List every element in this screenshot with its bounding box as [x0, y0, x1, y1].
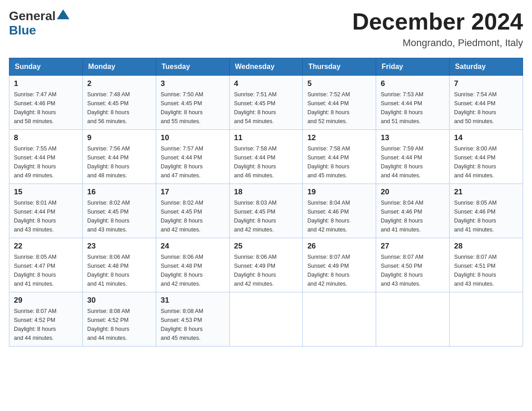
- day-info: Sunrise: 8:05 AMSunset: 4:47 PMDaylight:…: [14, 253, 78, 288]
- day-cell-15: 15Sunrise: 8:01 AMSunset: 4:44 PMDayligh…: [9, 184, 83, 238]
- day-info: Sunrise: 8:06 AMSunset: 4:48 PMDaylight:…: [87, 253, 151, 288]
- day-info: Sunrise: 7:55 AMSunset: 4:44 PMDaylight:…: [14, 144, 78, 180]
- day-info: Sunrise: 7:51 AMSunset: 4:45 PMDaylight:…: [234, 90, 298, 126]
- day-info: Sunrise: 7:53 AMSunset: 4:44 PMDaylight:…: [381, 90, 445, 126]
- title-section: December 2024 Mongrando, Piedmont, Italy: [352, 9, 523, 49]
- day-number: 2: [87, 79, 151, 88]
- day-info: Sunrise: 8:06 AMSunset: 4:49 PMDaylight:…: [234, 253, 298, 288]
- day-cell-20: 20Sunrise: 8:04 AMSunset: 4:46 PMDayligh…: [376, 184, 450, 238]
- day-info: Sunrise: 8:07 AMSunset: 4:52 PMDaylight:…: [14, 307, 78, 342]
- day-info: Sunrise: 8:02 AMSunset: 4:45 PMDaylight:…: [87, 198, 151, 234]
- day-cell-8: 8Sunrise: 7:55 AMSunset: 4:44 PMDaylight…: [9, 130, 83, 184]
- day-number: 8: [14, 133, 78, 142]
- day-info: Sunrise: 7:48 AMSunset: 4:45 PMDaylight:…: [87, 90, 151, 126]
- day-number: 24: [161, 242, 225, 251]
- day-number: 11: [234, 133, 298, 142]
- day-info: Sunrise: 7:59 AMSunset: 4:44 PMDaylight:…: [381, 144, 445, 180]
- day-cell-12: 12Sunrise: 7:58 AMSunset: 4:44 PMDayligh…: [303, 130, 376, 184]
- day-cell-17: 17Sunrise: 8:02 AMSunset: 4:45 PMDayligh…: [156, 184, 229, 238]
- logo-triangle-icon: [57, 9, 69, 19]
- day-number: 17: [161, 188, 225, 197]
- day-cell-16: 16Sunrise: 8:02 AMSunset: 4:45 PMDayligh…: [82, 184, 156, 238]
- calendar-table: SundayMondayTuesdayWednesdayThursdayFrid…: [9, 58, 523, 347]
- day-info: Sunrise: 7:54 AMSunset: 4:44 PMDaylight:…: [454, 90, 518, 126]
- day-info: Sunrise: 8:07 AMSunset: 4:50 PMDaylight:…: [381, 253, 445, 288]
- logo: General Blue: [9, 9, 69, 38]
- day-cell-19: 19Sunrise: 8:04 AMSunset: 4:46 PMDayligh…: [303, 184, 376, 238]
- day-number: 7: [454, 79, 518, 88]
- day-number: 10: [161, 133, 225, 142]
- day-cell-14: 14Sunrise: 8:00 AMSunset: 4:44 PMDayligh…: [450, 130, 523, 184]
- day-number: 15: [14, 188, 78, 197]
- day-info: Sunrise: 8:01 AMSunset: 4:44 PMDaylight:…: [14, 198, 78, 234]
- day-number: 1: [14, 79, 78, 88]
- day-cell-4: 4Sunrise: 7:51 AMSunset: 4:45 PMDaylight…: [229, 76, 303, 130]
- header-wednesday: Wednesday: [229, 58, 303, 76]
- day-number: 29: [14, 296, 78, 305]
- day-info: Sunrise: 7:57 AMSunset: 4:44 PMDaylight:…: [161, 144, 225, 180]
- day-number: 13: [381, 133, 445, 142]
- day-cell-7: 7Sunrise: 7:54 AMSunset: 4:44 PMDaylight…: [450, 76, 523, 130]
- day-cell-27: 27Sunrise: 8:07 AMSunset: 4:50 PMDayligh…: [376, 238, 450, 292]
- day-info: Sunrise: 7:58 AMSunset: 4:44 PMDaylight:…: [234, 144, 298, 180]
- day-number: 28: [454, 242, 518, 251]
- day-cell-11: 11Sunrise: 7:58 AMSunset: 4:44 PMDayligh…: [229, 130, 303, 184]
- day-number: 31: [161, 296, 225, 305]
- day-info: Sunrise: 7:47 AMSunset: 4:46 PMDaylight:…: [14, 90, 78, 126]
- day-number: 27: [381, 242, 445, 251]
- day-cell-13: 13Sunrise: 7:59 AMSunset: 4:44 PMDayligh…: [376, 130, 450, 184]
- header-tuesday: Tuesday: [156, 58, 229, 76]
- day-info: Sunrise: 8:07 AMSunset: 4:51 PMDaylight:…: [454, 253, 518, 288]
- day-cell-26: 26Sunrise: 8:07 AMSunset: 4:49 PMDayligh…: [303, 238, 376, 292]
- day-number: 26: [307, 242, 371, 251]
- day-info: Sunrise: 7:56 AMSunset: 4:44 PMDaylight:…: [87, 144, 151, 180]
- day-number: 23: [87, 242, 151, 251]
- day-cell-30: 30Sunrise: 8:08 AMSunset: 4:52 PMDayligh…: [82, 292, 156, 347]
- day-number: 16: [87, 188, 151, 197]
- header-thursday: Thursday: [303, 58, 376, 76]
- day-number: 6: [381, 79, 445, 88]
- empty-cell: [450, 292, 523, 347]
- day-info: Sunrise: 8:04 AMSunset: 4:46 PMDaylight:…: [307, 198, 371, 234]
- day-number: 22: [14, 242, 78, 251]
- page-header: General Blue December 2024 Mongrando, Pi…: [9, 9, 523, 49]
- day-number: 4: [234, 79, 298, 88]
- day-info: Sunrise: 8:06 AMSunset: 4:48 PMDaylight:…: [161, 253, 225, 288]
- empty-cell: [376, 292, 450, 347]
- day-cell-23: 23Sunrise: 8:06 AMSunset: 4:48 PMDayligh…: [82, 238, 156, 292]
- day-number: 18: [234, 188, 298, 197]
- logo-blue-text: Blue: [9, 23, 36, 38]
- header-sunday: Sunday: [9, 58, 83, 76]
- empty-cell: [229, 292, 303, 347]
- day-info: Sunrise: 8:08 AMSunset: 4:53 PMDaylight:…: [161, 307, 225, 342]
- day-cell-2: 2Sunrise: 7:48 AMSunset: 4:45 PMDaylight…: [82, 76, 156, 130]
- calendar-subtitle: Mongrando, Piedmont, Italy: [352, 37, 523, 49]
- day-number: 21: [454, 188, 518, 197]
- day-number: 25: [234, 242, 298, 251]
- header-monday: Monday: [82, 58, 156, 76]
- day-number: 12: [307, 133, 371, 142]
- logo-general-text: General: [9, 9, 56, 23]
- day-cell-29: 29Sunrise: 8:07 AMSunset: 4:52 PMDayligh…: [9, 292, 83, 347]
- day-info: Sunrise: 8:04 AMSunset: 4:46 PMDaylight:…: [381, 198, 445, 234]
- day-cell-10: 10Sunrise: 7:57 AMSunset: 4:44 PMDayligh…: [156, 130, 229, 184]
- day-cell-21: 21Sunrise: 8:05 AMSunset: 4:46 PMDayligh…: [450, 184, 523, 238]
- day-cell-31: 31Sunrise: 8:08 AMSunset: 4:53 PMDayligh…: [156, 292, 229, 347]
- day-cell-24: 24Sunrise: 8:06 AMSunset: 4:48 PMDayligh…: [156, 238, 229, 292]
- week-row-1: 1Sunrise: 7:47 AMSunset: 4:46 PMDaylight…: [9, 76, 523, 130]
- calendar-header-row: SundayMondayTuesdayWednesdayThursdayFrid…: [9, 58, 523, 76]
- day-cell-5: 5Sunrise: 7:52 AMSunset: 4:44 PMDaylight…: [303, 76, 376, 130]
- week-row-5: 29Sunrise: 8:07 AMSunset: 4:52 PMDayligh…: [9, 292, 523, 347]
- day-info: Sunrise: 8:02 AMSunset: 4:45 PMDaylight:…: [161, 198, 225, 234]
- week-row-3: 15Sunrise: 8:01 AMSunset: 4:44 PMDayligh…: [9, 184, 523, 238]
- day-number: 20: [381, 188, 445, 197]
- day-number: 9: [87, 133, 151, 142]
- day-cell-28: 28Sunrise: 8:07 AMSunset: 4:51 PMDayligh…: [450, 238, 523, 292]
- day-cell-3: 3Sunrise: 7:50 AMSunset: 4:45 PMDaylight…: [156, 76, 229, 130]
- day-number: 14: [454, 133, 518, 142]
- day-cell-22: 22Sunrise: 8:05 AMSunset: 4:47 PMDayligh…: [9, 238, 83, 292]
- empty-cell: [303, 292, 376, 347]
- day-info: Sunrise: 8:03 AMSunset: 4:45 PMDaylight:…: [234, 198, 298, 234]
- day-number: 19: [307, 188, 371, 197]
- day-info: Sunrise: 7:52 AMSunset: 4:44 PMDaylight:…: [307, 90, 371, 126]
